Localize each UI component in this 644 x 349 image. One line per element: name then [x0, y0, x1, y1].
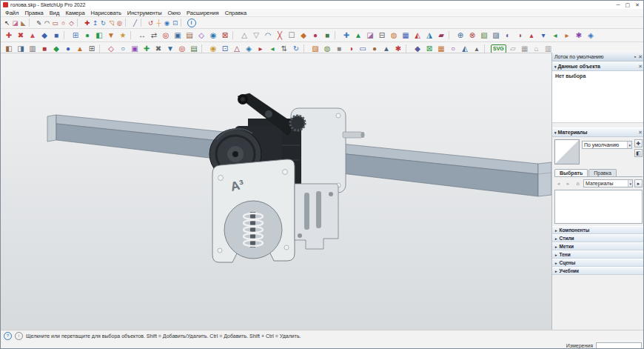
tray-close-icon[interactable]: ✕ — [638, 54, 643, 60]
menu-item[interactable]: Камера — [62, 10, 87, 16]
tray-panel-collapsed[interactable]: ▸Тени — [552, 250, 644, 259]
menu-item[interactable]: Файл — [2, 10, 21, 16]
zoom-tool[interactable]: ◉ — [164, 19, 171, 27]
toolbar-icon[interactable]: ✱ — [574, 30, 584, 41]
chevron-down-icon[interactable]: ▾ — [628, 180, 632, 187]
measurements-input[interactable] — [596, 342, 642, 349]
toolbar-icon[interactable]: ✚ — [4, 30, 14, 41]
close-button[interactable]: ✕ — [635, 2, 640, 8]
line-tool[interactable]: ✎ — [36, 19, 43, 27]
toolbar-icon[interactable]: ╳ — [275, 30, 285, 41]
toolbar-icon[interactable]: ◈ — [586, 30, 596, 41]
tray-titlebar[interactable]: Лоток по умолчанию ▪ ✕ — [552, 53, 644, 62]
toolbar-icon[interactable]: ◉ — [208, 30, 218, 41]
tray-panel-collapsed[interactable]: ▸Метки — [552, 242, 644, 250]
menu-item[interactable]: Правка — [21, 10, 46, 16]
chevron-down-icon[interactable]: ▾ — [627, 142, 631, 148]
sample-paint-button[interactable]: ◧ — [634, 149, 643, 157]
toolbar-icon[interactable]: ▨ — [491, 30, 501, 41]
toolbar-icon[interactable]: ▴ — [526, 30, 537, 41]
toolbar-icon[interactable]: ■ — [322, 30, 332, 41]
toolbar-icon[interactable]: ▰ — [436, 30, 446, 41]
toolbar-icon[interactable]: ⊕ — [455, 30, 466, 41]
toolbar-icon[interactable]: ↔ — [137, 30, 147, 41]
move-tool[interactable]: ✚ — [84, 19, 91, 27]
toolbar-icon[interactable]: ✖ — [16, 30, 26, 41]
toolbar-icon[interactable]: ◪ — [365, 30, 375, 41]
material-select[interactable]: По умолчанию ▾ — [582, 141, 632, 149]
toolbar-icon[interactable]: ▼ — [106, 30, 116, 41]
back-icon[interactable]: ◂ — [554, 179, 563, 187]
toolbar-icon[interactable]: ◇ — [196, 30, 207, 41]
model-viewport[interactable]: A³ — [1, 53, 551, 330]
toolbar-icon[interactable]: ■ — [51, 30, 61, 41]
forward-icon[interactable]: ▸ — [564, 179, 572, 187]
pan-tool[interactable]: ┼ — [155, 19, 163, 27]
polygon-tool[interactable]: ◇ — [68, 19, 76, 27]
menu-item[interactable]: Расширения — [184, 10, 222, 16]
toolbar-icon[interactable]: ◭ — [412, 30, 423, 41]
rotate-tool[interactable]: ↻ — [100, 19, 107, 27]
close-icon[interactable]: ✕ — [638, 130, 643, 136]
menu-item[interactable]: Нарисовать — [88, 10, 124, 16]
toolbar-icon[interactable]: ◠ — [263, 30, 273, 41]
toolbar-icon[interactable]: ⇄ — [149, 30, 159, 41]
tape-measure-tool[interactable]: ╱ — [132, 19, 139, 27]
offset-tool[interactable]: ◎ — [116, 19, 124, 27]
menu-item[interactable]: Инструменты — [124, 10, 165, 16]
tab-select[interactable]: Выбрать — [554, 169, 588, 176]
close-icon[interactable]: ✕ — [638, 64, 643, 70]
rectangle-tool[interactable]: ▭ — [52, 19, 59, 27]
toolbar-icon[interactable]: ⊗ — [467, 30, 477, 41]
info-icon[interactable]: i — [15, 332, 23, 340]
toolbar-icon[interactable]: ● — [82, 30, 93, 41]
toolbar-icon[interactable]: ◍ — [389, 30, 399, 41]
arc-tool[interactable]: ◠ — [44, 19, 51, 27]
help-icon[interactable]: ? — [4, 332, 12, 340]
materials-header[interactable]: ▾ Материалы ✕ — [552, 127, 644, 137]
eraser-tool[interactable]: ◪ — [12, 19, 19, 27]
toolbar-icon[interactable]: ⊞ — [70, 30, 81, 41]
toolbar-icon[interactable]: ◂ — [550, 30, 560, 41]
scale-tool[interactable]: ◹ — [108, 19, 115, 27]
materials-category-select[interactable]: Материалы ▾ — [583, 179, 633, 187]
toolbar-icon[interactable]: ☐ — [286, 30, 297, 41]
paint-bucket-tool[interactable]: ◣ — [20, 19, 27, 27]
toolbar-icon[interactable]: ◮ — [424, 30, 435, 41]
menu-item[interactable]: Окно — [165, 10, 184, 16]
toolbar-icon[interactable]: ▲ — [27, 30, 38, 41]
toolbar-icon[interactable]: ◆ — [298, 30, 309, 41]
pin-icon[interactable]: ▪ — [634, 54, 636, 60]
menu-item[interactable]: Вид — [47, 10, 63, 16]
details-button[interactable]: ▸ — [634, 179, 643, 187]
materials-list[interactable] — [554, 190, 643, 224]
toolbar-icon[interactable]: ▾ — [538, 30, 549, 41]
minimize-button[interactable]: ─ — [617, 2, 620, 8]
create-material-button[interactable]: ✚ — [634, 139, 643, 147]
toolbar-icon[interactable]: ◆ — [39, 30, 50, 41]
tray-panel-collapsed[interactable]: ▸Учебник — [552, 267, 644, 275]
toolbar-icon[interactable]: ◑ — [514, 30, 525, 41]
entity-info-header[interactable]: ▾ Данные объекта ✕ — [552, 62, 644, 71]
orbit-tool[interactable]: ↺ — [147, 19, 155, 27]
toolbar-icon[interactable]: ▦ — [400, 30, 411, 41]
push-pull-tool[interactable]: ↥ — [92, 19, 99, 27]
tray-panel-collapsed[interactable]: ▸Стили — [552, 234, 644, 242]
menu-item[interactable]: Справка — [222, 10, 249, 16]
maximize-button[interactable]: ▢ — [625, 2, 631, 8]
toolbar-icon[interactable]: ◐ — [503, 30, 513, 41]
tab-edit[interactable]: Правка — [588, 169, 617, 176]
toolbar-icon[interactable]: ◎ — [161, 30, 171, 41]
tray-panel-collapsed[interactable]: ▸Компоненты — [552, 226, 644, 234]
toolbar-icon[interactable]: ▣ — [172, 30, 183, 41]
toolbar-icon[interactable]: ▸ — [562, 30, 572, 41]
toolbar-icon[interactable]: ▽ — [251, 30, 261, 41]
toolbar-icon[interactable]: ◧ — [94, 30, 104, 41]
toolbar-icon[interactable]: ⊟ — [377, 30, 387, 41]
zoom-extents-tool[interactable]: ⊡ — [172, 19, 179, 27]
toolbar-icon[interactable]: ● — [310, 30, 321, 41]
toolbar-icon[interactable]: ▲ — [353, 30, 363, 41]
toolbar-icon[interactable]: ▧ — [479, 30, 489, 41]
tray-panel-collapsed[interactable]: ▸Сцены — [552, 259, 644, 267]
select-tool[interactable]: ↖ — [4, 19, 11, 27]
